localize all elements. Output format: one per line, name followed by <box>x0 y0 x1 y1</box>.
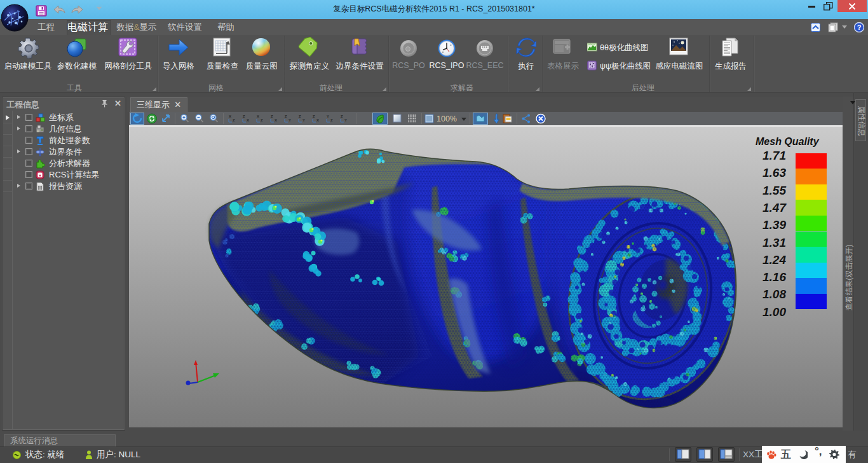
svg-text:Z: Z <box>233 118 235 122</box>
svg-text:Y: Y <box>288 118 291 122</box>
svg-text:Z: Z <box>285 114 287 118</box>
svg-text:Z: Z <box>341 114 343 118</box>
svg-text:Z: Z <box>261 118 263 122</box>
svg-text:X: X <box>257 114 259 118</box>
svg-text:Y: Y <box>302 118 305 122</box>
svg-text:X: X <box>229 114 231 118</box>
svg-text:Z: Z <box>243 114 245 118</box>
svg-text:X: X <box>275 118 277 122</box>
svg-text:Z: Z <box>330 118 333 122</box>
svg-text:Y: Y <box>344 118 347 122</box>
svg-text:Y: Y <box>327 114 329 118</box>
svg-text:?: ? <box>857 24 862 31</box>
svg-text:Z: Z <box>299 114 301 118</box>
svg-text:X: X <box>316 118 319 122</box>
svg-text:Z: Z <box>313 114 315 118</box>
svg-text:X: X <box>247 118 249 122</box>
svg-text:Z: Z <box>271 114 273 118</box>
